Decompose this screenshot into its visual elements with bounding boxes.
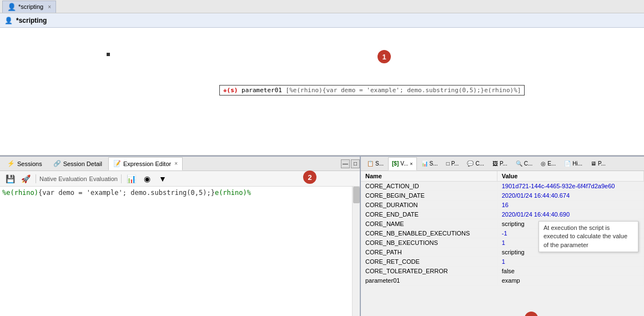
badge-3: 3 [525, 312, 538, 316]
table-row: CORE_END_DATE2020/01/24 16:44:40.690 [361, 210, 644, 219]
c1-icon: 💬 [467, 160, 474, 167]
sessions-icon: ⚡ [7, 160, 15, 167]
cell-value: 2020/01/24 16:44:40.690 [497, 210, 643, 219]
tab-sessions[interactable]: ⚡ Sessions [2, 157, 47, 170]
c2-icon: 🔍 [516, 160, 522, 167]
variables-table: Name Value CORE_ACTION_ID1901d721-144c-4… [361, 171, 644, 316]
p2-label: P... [500, 160, 507, 167]
tab-e[interactable]: ◎ E... [537, 157, 560, 170]
expression-editor-close-icon[interactable]: × [174, 160, 178, 167]
tab-label: *scripting [18, 3, 43, 10]
cell-value: examp [497, 276, 643, 285]
tab-bar: 👤 *scripting × [0, 0, 644, 13]
hi-icon: 📄 [564, 160, 571, 167]
p2-icon: 🖼 [492, 160, 498, 167]
node-prefix: +(s) [223, 87, 238, 94]
scrollbar-right[interactable] [352, 187, 360, 316]
cell-name: CORE_NB_ENABLED_EXECUTIONS [361, 229, 497, 238]
node-name: parameter01 [238, 87, 286, 94]
save-button[interactable]: 💾 [3, 173, 17, 184]
annotation-text: At execution the script is executed to c… [544, 224, 627, 248]
dropdown-button[interactable]: ▼ [156, 173, 169, 184]
right-tab-bar: 📋 S... [$] V... × 📊 S... □ P... 💬 C... [361, 157, 644, 171]
cell-value: 1 [497, 257, 643, 267]
cell-value: false [497, 267, 643, 276]
col-value-header: Value [497, 171, 643, 182]
v-close-icon[interactable]: × [410, 161, 412, 167]
tab-s2[interactable]: 📊 S... [417, 157, 442, 170]
minimize-button[interactable]: — [341, 159, 350, 168]
cell-name: parameter01 [361, 276, 497, 285]
hi-label: Hi... [572, 160, 582, 167]
panel-min-max: — □ [341, 159, 360, 168]
header-bar: 👤 *scripting [0, 13, 644, 28]
tab-session-detail[interactable]: 🔗 Session Detail [48, 157, 107, 170]
run-button[interactable]: 🚀 [19, 173, 32, 184]
tab-c1[interactable]: 💬 C... [463, 157, 488, 170]
p1-label: P... [451, 160, 459, 167]
tab-p1[interactable]: □ P... [442, 157, 463, 170]
table-row: CORE_BEGIN_DATE2020/01/24 16:44:40.674 [361, 191, 644, 200]
s2-label: S... [430, 160, 438, 167]
badge-2: 2 [303, 170, 316, 184]
variables-panel: 📋 S... [$] V... × 📊 S... □ P... 💬 C... [361, 157, 644, 316]
cell-value: 2020/01/24 16:44:40.674 [497, 191, 643, 200]
stream-button[interactable]: ◉ [140, 173, 154, 184]
cell-value: 16 [497, 200, 643, 210]
expr-body: {var demo = 'example'; demo.substring(0,… [38, 189, 215, 197]
cell-name: CORE_NB_EXECUTIONS [361, 238, 497, 248]
cell-name: CORE_ACTION_ID [361, 182, 497, 191]
v-label: V... [400, 160, 408, 167]
expression-editor-icon: 📝 [113, 160, 121, 167]
expression-editor-label: Expression Editor [123, 160, 171, 167]
tab-expression-editor[interactable]: 📝 Expression Editor × [108, 157, 183, 170]
annotation-box: At execution the script is executed to c… [539, 221, 638, 252]
expression-editor-content[interactable]: %e(rhino){var demo = 'example'; demo.sub… [0, 187, 360, 316]
canvas-node[interactable]: +(s) parameter01 [%e(rhino){var demo = '… [219, 85, 525, 96]
cell-name: CORE_TOLERATED_ERROR [361, 267, 497, 276]
table-row: CORE_DURATION16 [361, 200, 644, 210]
scroll-thumb[interactable] [353, 187, 360, 203]
bottom-panel: ⚡ Sessions 🔗 Session Detail 📝 Expression… [0, 156, 644, 316]
canvas-area: +(s) parameter01 [%e(rhino){var demo = '… [0, 28, 644, 156]
e-icon: ◎ [541, 160, 546, 167]
maximize-button[interactable]: □ [351, 159, 360, 168]
p3-label: P... [598, 160, 606, 167]
cell-name: CORE_RET_CODE [361, 257, 497, 267]
p1-icon: □ [446, 160, 450, 167]
scripting-tab[interactable]: 👤 *scripting × [2, 1, 56, 13]
table-row: CORE_RET_CODE1 [361, 257, 644, 267]
table-row: CORE_TOLERATED_ERRORfalse [361, 267, 644, 276]
table-row: parameter01examp [361, 276, 644, 285]
tab-v[interactable]: [$] V... × [388, 157, 417, 170]
tab-close-icon[interactable]: × [48, 4, 51, 10]
toolbar-sep-1 [36, 174, 36, 183]
chart-button[interactable]: 📊 [125, 173, 138, 184]
expr-suffix: e(rhino)% [215, 189, 251, 197]
eval-label: Evaluation [89, 175, 118, 182]
tab-s1[interactable]: 📋 S... [363, 157, 388, 170]
cell-name: CORE_PATH [361, 248, 497, 257]
session-detail-label: Session Detail [63, 160, 102, 167]
handle-mr[interactable] [107, 53, 110, 56]
table-row: CORE_ACTION_ID1901d721-144c-4465-932e-6f… [361, 182, 644, 191]
c2-label: C... [524, 160, 533, 167]
tab-c2[interactable]: 🔍 C... [512, 157, 537, 170]
tab-hi[interactable]: 📄 Hi... [560, 157, 586, 170]
expression-panel-tabs: ⚡ Sessions 🔗 Session Detail 📝 Expression… [0, 157, 360, 171]
node-expr: [%e(rhino){var demo = 'example'; demo.su… [286, 87, 521, 94]
badge-1: 1 [378, 50, 391, 63]
cell-name: CORE_DURATION [361, 200, 497, 210]
toolbar-sep-2 [121, 174, 122, 183]
s2-icon: 📊 [421, 160, 428, 167]
session-detail-icon: 🔗 [53, 160, 61, 167]
tab-p2[interactable]: 🖼 P... [489, 157, 511, 170]
c1-label: C... [475, 160, 484, 167]
col-name-header: Name [361, 171, 497, 182]
cell-name: CORE_NAME [361, 219, 497, 229]
s1-label: S... [375, 160, 384, 167]
header-title: *scripting [16, 17, 47, 24]
tab-icon: 👤 [7, 3, 16, 11]
tab-p3[interactable]: 🖥 P... [587, 157, 610, 170]
cell-value: 1901d721-144c-4465-932e-6f4f7d2a9e60 [497, 182, 643, 191]
